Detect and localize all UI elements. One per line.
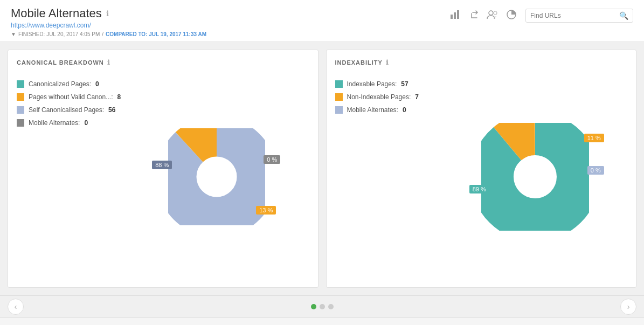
- idx-legend-color-1: [335, 93, 343, 101]
- svg-rect-1: [454, 12, 456, 19]
- idx-legend-label-0: Indexable Pages:: [347, 80, 397, 88]
- legend-color-0: [17, 80, 24, 88]
- search-input[interactable]: [530, 12, 616, 19]
- idx-legend-item-1: Non-Indexable Pages: 7: [335, 93, 443, 101]
- next-arrow-icon: ›: [627, 302, 630, 311]
- svg-point-4: [494, 11, 497, 15]
- dot-0[interactable]: [311, 304, 316, 309]
- idx-legend-color-2: [335, 106, 343, 114]
- next-button[interactable]: ›: [620, 299, 636, 315]
- idx-legend-item-0: Indexable Pages: 57: [335, 80, 443, 88]
- header-left: Mobile Alternates ℹ https://www.deepcraw…: [11, 6, 206, 37]
- idx-legend-label-1: Non-Indexable Pages:: [347, 93, 411, 101]
- canonical-label-88: 88 %: [152, 161, 172, 169]
- search-box: 🔍: [525, 9, 633, 23]
- crawl-divider: /: [102, 31, 103, 37]
- indexability-info-icon[interactable]: ℹ: [386, 59, 389, 66]
- legend-value-1: 8: [117, 93, 121, 101]
- legend-item-2: Self Canonicalised Pages: 56: [17, 106, 124, 114]
- filter-row: Select A Filter ▼ Choose filter ▼ 🗑 ⊕ 🔍 …: [0, 317, 644, 326]
- legend-label-3: Mobile Alternates:: [29, 119, 80, 127]
- indexability-title-text: INDEXABILITY: [335, 59, 383, 66]
- indexability-legend: Indexable Pages: 57 Non-Indexable Pages:…: [335, 75, 443, 279]
- legend-value-0: 0: [95, 80, 99, 88]
- indexability-pie-chart: [481, 123, 589, 231]
- idx-legend-value-1: 7: [415, 93, 419, 101]
- canonical-label-13: 13 %: [256, 206, 276, 215]
- idx-legend-label-2: Mobile Alternates:: [347, 106, 398, 114]
- legend-value-3: 0: [84, 119, 88, 127]
- legend-value-2: 56: [108, 106, 115, 114]
- legend-item-0: Canonicalized Pages: 0: [17, 80, 124, 88]
- canonical-chart-area: 88 % 13 % 0 %: [124, 75, 309, 279]
- main-content: CANONICAL BREAKDOWN ℹ Canonicalized Page…: [0, 42, 644, 295]
- prev-arrow-icon: ‹: [15, 302, 17, 311]
- prev-button[interactable]: ‹: [8, 299, 24, 315]
- arrow-icon: ▼: [11, 31, 16, 37]
- canonical-card-body: Canonicalized Pages: 0 Pages without Val…: [17, 75, 309, 279]
- canonical-breakdown-card: CANONICAL BREAKDOWN ℹ Canonicalized Page…: [8, 50, 318, 288]
- page-title-container: Mobile Alternates ℹ: [11, 6, 206, 20]
- legend-label-2: Self Canonicalised Pages:: [29, 106, 104, 114]
- idx-label-0: 0 %: [587, 166, 604, 175]
- canonical-label-0: 0 %: [264, 155, 280, 164]
- header-icons: [450, 9, 517, 23]
- idx-label-89: 89 %: [469, 185, 489, 193]
- bar-chart-icon[interactable]: [450, 9, 461, 23]
- canonical-title-text: CANONICAL BREAKDOWN: [17, 59, 104, 66]
- dot-1[interactable]: [320, 304, 325, 309]
- share-icon[interactable]: [468, 9, 479, 23]
- canonical-legend: Canonicalized Pages: 0 Pages without Val…: [17, 75, 124, 279]
- title-info-icon[interactable]: ℹ: [106, 9, 109, 18]
- indexability-card-title: INDEXABILITY ℹ: [335, 59, 628, 66]
- header: Mobile Alternates ℹ https://www.deepcraw…: [0, 0, 644, 42]
- svg-point-8: [492, 134, 578, 220]
- idx-legend-item-2: Mobile Alternates: 0: [335, 106, 443, 114]
- pie-icon[interactable]: [506, 9, 517, 23]
- idx-legend-value-2: 0: [403, 106, 406, 114]
- users-icon[interactable]: [487, 9, 498, 23]
- indexability-chart-area: 89 % 11 % 0 %: [443, 75, 628, 279]
- svg-rect-0: [451, 15, 453, 19]
- canonical-info-icon[interactable]: ℹ: [107, 59, 110, 66]
- canonical-card-title: CANONICAL BREAKDOWN ℹ: [17, 59, 309, 66]
- idx-label-11: 11 %: [584, 134, 604, 142]
- svg-point-3: [489, 11, 493, 15]
- pagination-row: ‹ ›: [0, 296, 644, 317]
- legend-item-3: Mobile Alternates: 0: [17, 119, 124, 127]
- footer: ‹ › Select A Filter ▼ Choose filter ▼ 🗑 …: [0, 295, 644, 325]
- legend-color-3: [17, 119, 24, 127]
- crawl-info: ▼ FINISHED: JUL 20, 2017 4:05 PM / COMPA…: [11, 31, 206, 37]
- indexability-card-body: Indexable Pages: 57 Non-Indexable Pages:…: [335, 75, 628, 279]
- legend-label-1: Pages without Valid Canon...:: [29, 93, 113, 101]
- site-url[interactable]: https://www.deepcrawl.com/: [11, 22, 206, 29]
- dot-2[interactable]: [328, 304, 334, 309]
- legend-label-0: Canonicalized Pages:: [29, 80, 91, 88]
- legend-color-1: [17, 93, 24, 101]
- compare-text: COMPARED TO: JUL 19, 2017 11:33 AM: [106, 31, 206, 37]
- canonical-pie-chart: [168, 128, 265, 225]
- legend-color-2: [17, 106, 24, 114]
- pagination-dots: [311, 304, 334, 309]
- idx-legend-color-0: [335, 80, 343, 88]
- indexability-card: INDEXABILITY ℹ Indexable Pages: 57 Non-I…: [326, 50, 637, 288]
- search-icon[interactable]: 🔍: [619, 11, 628, 20]
- legend-item-1: Pages without Valid Canon...: 8: [17, 93, 124, 101]
- page-title: Mobile Alternates: [11, 6, 102, 20]
- crawl-status: FINISHED: JUL 20, 2017 4:05 PM: [18, 31, 100, 37]
- svg-rect-2: [457, 10, 459, 19]
- idx-legend-value-0: 57: [401, 80, 408, 88]
- header-right: 🔍: [450, 9, 633, 23]
